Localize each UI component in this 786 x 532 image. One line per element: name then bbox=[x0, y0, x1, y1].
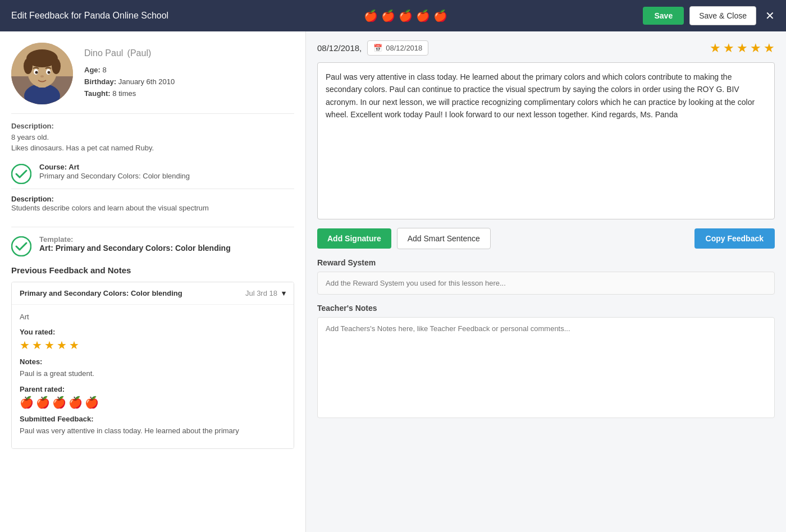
course-description: Description: Students describe colors an… bbox=[11, 189, 294, 220]
feedback-accordion: Primary and Secondary Colors: Color blen… bbox=[11, 282, 294, 450]
add-signature-button[interactable]: Add Signature bbox=[317, 228, 391, 249]
apple-icon-2: 🍎 bbox=[381, 9, 395, 22]
template-item: Template: Art: Primary and Secondary Col… bbox=[11, 227, 294, 256]
action-buttons: Add Signature Add Smart Sentence Copy Fe… bbox=[317, 228, 775, 249]
right-panel: 08/12/2018, 📅 08/12/2018 ★ ★ ★ ★ ★ Paul … bbox=[306, 31, 786, 532]
save-close-button[interactable]: Save & Close bbox=[689, 6, 756, 25]
feedback-textarea[interactable]: Paul was very attentive in class today. … bbox=[317, 62, 775, 219]
apple-icon-4: 🍎 bbox=[416, 9, 430, 22]
feedback-body: Art You rated: ★ ★ ★ ★ ★ Notes: Paul is … bbox=[12, 304, 294, 449]
left-panel: Dino Paul (Paul) Age: 8 Birthday: Januar… bbox=[0, 31, 306, 532]
svg-point-13 bbox=[12, 164, 31, 184]
svg-point-6 bbox=[24, 58, 33, 74]
course-item: Course: Art Primary and Secondary Colors… bbox=[11, 163, 294, 184]
profile-birthday: Birthday: January 6th 2010 bbox=[84, 76, 175, 88]
svg-point-10 bbox=[35, 71, 38, 74]
student-description: Description: 8 years old. Likes dinosaur… bbox=[11, 113, 294, 154]
feedback-accordion-header[interactable]: Primary and Secondary Colors: Color blen… bbox=[12, 282, 294, 304]
svg-point-7 bbox=[52, 58, 61, 74]
profile-info: Dino Paul (Paul) Age: 8 Birthday: Januar… bbox=[84, 43, 175, 99]
template-info: Template: Art: Primary and Secondary Col… bbox=[39, 235, 231, 253]
date-input-group[interactable]: 📅 08/12/2018 bbox=[367, 40, 428, 56]
header-title: Edit Feedback for Panda Online School bbox=[11, 11, 168, 21]
add-smart-sentence-button[interactable]: Add Smart Sentence bbox=[397, 228, 491, 249]
svg-point-14 bbox=[12, 237, 31, 256]
profile-age: Age: 8 bbox=[84, 65, 175, 76]
apple-icon-3: 🍎 bbox=[399, 9, 413, 22]
svg-point-12 bbox=[40, 75, 44, 77]
chevron-down-icon: ▾ bbox=[282, 289, 286, 297]
reward-system-input[interactable] bbox=[317, 272, 775, 295]
prev-feedback-title: Previous Feedback and Notes bbox=[11, 265, 294, 275]
calendar-icon: 📅 bbox=[373, 44, 382, 52]
date-left: 08/12/2018, 📅 08/12/2018 bbox=[317, 40, 428, 56]
svg-point-11 bbox=[48, 71, 51, 74]
header-actions: Save Save & Close ✕ bbox=[643, 6, 775, 25]
avatar bbox=[11, 43, 73, 104]
reward-system-label: Reward System bbox=[317, 258, 775, 267]
rating-stars: ★ ★ ★ ★ ★ bbox=[710, 41, 775, 56]
apple-icons-row: 🍎 🍎 🍎 🍎 🍎 bbox=[364, 9, 447, 22]
header: Edit Feedback for Panda Online School 🍎 … bbox=[0, 0, 786, 31]
you-rated-stars: ★ ★ ★ ★ ★ bbox=[20, 338, 286, 352]
close-button[interactable]: ✕ bbox=[765, 9, 775, 22]
date-row: 08/12/2018, 📅 08/12/2018 ★ ★ ★ ★ ★ bbox=[317, 40, 775, 56]
parent-rated-stars: 🍎 🍎 🍎 🍎 🍎 bbox=[20, 396, 286, 409]
template-check-icon bbox=[11, 236, 31, 256]
date-input-value: 08/12/2018 bbox=[386, 44, 422, 52]
apple-icon-5: 🍎 bbox=[433, 9, 447, 22]
main-container: Dino Paul (Paul) Age: 8 Birthday: Januar… bbox=[0, 31, 786, 532]
profile-section: Dino Paul (Paul) Age: 8 Birthday: Januar… bbox=[11, 43, 294, 104]
profile-taught: Taught: 8 times bbox=[84, 88, 175, 100]
apple-icon-1: 🍎 bbox=[364, 9, 378, 22]
profile-name: Dino Paul (Paul) bbox=[84, 43, 175, 60]
course-check-icon bbox=[11, 164, 31, 184]
save-button[interactable]: Save bbox=[643, 7, 684, 25]
teacher-notes-textarea[interactable] bbox=[317, 317, 775, 418]
header-center: 🍎 🍎 🍎 🍎 🍎 bbox=[168, 9, 643, 22]
date-text: 08/12/2018, bbox=[317, 43, 362, 53]
teacher-notes-label: Teacher's Notes bbox=[317, 304, 775, 313]
copy-feedback-button[interactable]: Copy Feedback bbox=[694, 228, 775, 249]
course-info: Course: Art Primary and Secondary Colors… bbox=[39, 163, 190, 180]
